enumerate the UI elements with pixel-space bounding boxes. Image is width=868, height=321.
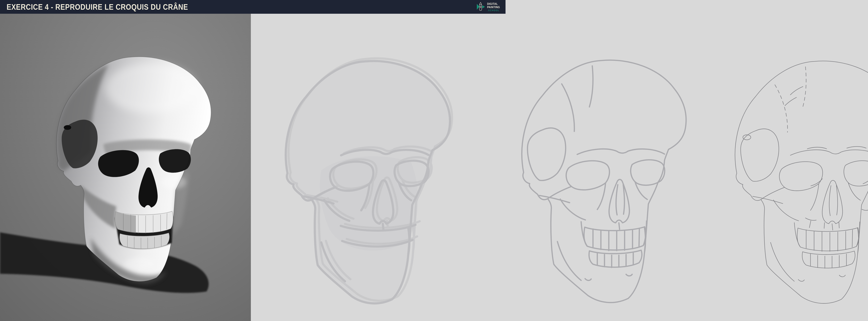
digitalpainting-school-logo: DIGITAL PAINTING .SCHOOL	[476, 2, 502, 12]
logo-line-digital: DIGITAL	[487, 2, 500, 5]
sketch-stages-canvas	[251, 14, 868, 321]
logo-line-painting: PAINTING	[487, 6, 500, 9]
reference-photo-panel	[0, 14, 251, 321]
logo-line-school: .SCHOOL	[487, 9, 500, 11]
sketch-stage-3-clean-line-drawing	[717, 41, 868, 314]
logo-wordmark: DIGITAL PAINTING .SCHOOL	[487, 2, 500, 11]
skull-reference-photo	[0, 14, 251, 321]
stylus-pen-icon	[476, 2, 486, 12]
exercise-slide: { "header": { "title": "EXERCICE 4 - REP…	[0, 0, 868, 321]
header-bar: EXERCICE 4 - REPRODUIRE LE CROQUIS DU CR…	[0, 0, 505, 14]
sketch-stage-2-refined-sketch	[503, 40, 705, 314]
exercise-title: EXERCICE 4 - REPRODUIRE LE CROQUIS DU CR…	[7, 2, 188, 12]
sketch-stage-1-rough-construction	[267, 41, 469, 314]
